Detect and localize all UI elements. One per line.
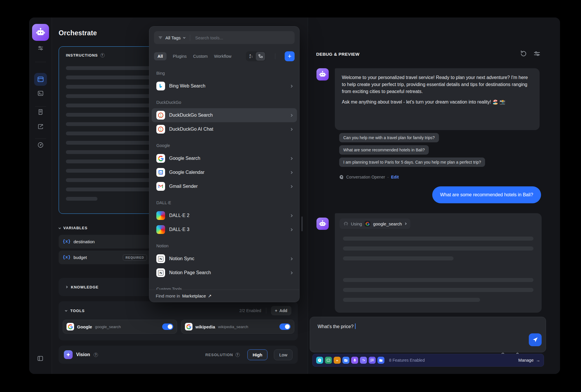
chevron-right-icon: [290, 257, 293, 260]
tool-toggle-on[interactable]: [162, 323, 173, 330]
bot-response-loading: Using google_search: [335, 213, 542, 313]
add-tool-button[interactable]: +Add: [271, 306, 291, 315]
tool-call-status[interactable]: Using google_search: [340, 218, 410, 229]
sidebar-divider: [35, 62, 46, 62]
divider: [266, 308, 266, 314]
tool-item-gmail-sender[interactable]: Gmail Sender: [152, 179, 297, 193]
tool-item-google-search[interactable]: Google Search: [152, 151, 297, 165]
response-placeholder-lines: [343, 237, 533, 302]
dalle-icon: [156, 225, 165, 234]
google-calendar-icon: 31: [156, 168, 165, 177]
app-logo-robot-icon[interactable]: [32, 24, 49, 41]
tab-custom[interactable]: Custom: [193, 54, 208, 59]
tools-section-header[interactable]: TOOLS: [65, 309, 85, 313]
conversation-opener-row: Conversation Opener · Edit: [339, 175, 399, 179]
svg-text:31: 31: [160, 172, 162, 174]
tool-item-bing-web-search[interactable]: Bing Web Search: [152, 79, 297, 93]
sidebar-item-terminal[interactable]: [37, 90, 44, 97]
tags-filter[interactable]: All Tags: [165, 35, 181, 40]
sidebar-item-monitoring[interactable]: [37, 141, 44, 148]
suggested-question-chip[interactable]: I am planning travel to Paris for 5 days…: [339, 158, 485, 167]
tool-item-notion-page-search[interactable]: N Notion Page Search: [152, 266, 297, 280]
chevron-right-icon: [290, 271, 293, 274]
sort-az-icon[interactable]: AZ↓: [246, 52, 256, 61]
resolution-high-button[interactable]: High: [247, 349, 267, 360]
manage-features-link[interactable]: Manage →: [518, 358, 540, 363]
search-tools-input[interactable]: Search tools...: [195, 35, 223, 40]
duckduckgo-icon: [156, 125, 165, 134]
tab-plugins[interactable]: Plugins: [173, 54, 187, 59]
debug-panel-title: DEBUG & PREVIEW: [316, 52, 360, 57]
restart-conversation-icon[interactable]: [520, 50, 528, 58]
tune-sliders-icon[interactable]: [37, 45, 44, 52]
tool-item-dalle-2[interactable]: DALL·E 2: [152, 209, 297, 223]
edit-opener-link[interactable]: Edit: [391, 175, 399, 179]
tool-item-duckduckgo-ai-chat[interactable]: DuckDuckGo AI Chat: [152, 122, 297, 136]
tree-view-icon[interactable]: [256, 52, 265, 61]
collapse-sidebar-icon[interactable]: [37, 355, 44, 362]
tool-item-notion-sync[interactable]: N Notion Sync: [152, 252, 297, 266]
tool-item-duckduckgo-search[interactable]: DuckDuckGo Search: [152, 108, 297, 122]
citation-icon: “: [334, 357, 341, 364]
conversation-opener-icon: [339, 175, 344, 179]
next-question-icon: [325, 357, 332, 364]
tab-all[interactable]: All: [154, 52, 167, 60]
tool-list: Bing Bing Web Search DuckDuckGo DuckDuck…: [149, 64, 299, 290]
sidebar-item-annotations[interactable]: [37, 123, 44, 130]
chevron-right-icon: [404, 223, 407, 225]
dalle-icon: [156, 211, 165, 220]
sidebar-divider: [35, 106, 46, 107]
sidebar-item-app-builder[interactable]: [34, 73, 47, 86]
text-cursor: [355, 323, 356, 329]
tool-section-label: DuckDuckGo: [149, 100, 299, 106]
tab-workflow[interactable]: Workflow: [214, 54, 231, 59]
send-button[interactable]: [529, 333, 542, 346]
features-bar[interactable]: “ 8 Features Enabled Manage →: [312, 354, 544, 367]
resolution-low-button[interactable]: Low: [274, 349, 293, 360]
scrollbar-thumb[interactable]: [301, 216, 303, 231]
tool-section-label: Bing: [149, 71, 299, 77]
chat-input-value[interactable]: What's the price?: [318, 324, 354, 329]
features-enabled-label: 8 Features Enabled: [389, 358, 425, 363]
bot-avatar: [316, 68, 329, 80]
sidebar: [29, 18, 52, 374]
variables-section-header[interactable]: VARIABLES: [59, 226, 88, 230]
page-title: Orchestrate: [59, 29, 97, 37]
sidebar-divider: [35, 139, 46, 139]
chevron-right-icon: [290, 171, 293, 174]
tool-item-dalle-3[interactable]: DALL·E 3: [152, 223, 297, 237]
required-badge: REQUIRED: [123, 254, 147, 261]
follow-up-icon: [369, 357, 376, 364]
tools-enabled-count: 2/2 Enabled: [239, 308, 261, 313]
variable-row-destination[interactable]: {x} destination: [59, 235, 151, 249]
google-icon: [365, 221, 370, 227]
tool-item-google-calendar[interactable]: 31 Google Calendar: [152, 165, 297, 179]
external-link-arrow-icon: ↗: [208, 293, 212, 299]
variable-icon: {x}: [63, 255, 71, 260]
help-icon[interactable]: ?: [94, 353, 98, 357]
debug-settings-icon[interactable]: [533, 50, 541, 58]
marketplace-link[interactable]: Marketplace: [182, 293, 206, 298]
user-message-bubble: What are some recommended hotels in Bali…: [432, 186, 541, 203]
tool-toggle-on[interactable]: [279, 323, 290, 330]
suggested-question-chip[interactable]: What are some recommended hotels in Bali…: [339, 145, 429, 155]
help-icon[interactable]: ?: [100, 53, 105, 57]
tool-card-google[interactable]: Google google_search: [63, 320, 177, 334]
conversation-opener-icon: [316, 357, 323, 364]
chat-input[interactable]: What's the price?: [310, 317, 546, 352]
tools-section: TOOLS 2/2 Enabled +Add Google google_sea…: [59, 301, 298, 340]
notion-icon: N: [156, 268, 165, 277]
sidebar-item-logs[interactable]: [37, 108, 44, 116]
marketplace-footer[interactable]: Find more in Marketplace ↗: [149, 290, 299, 302]
chevron-right-icon: [290, 214, 293, 217]
variable-row-budget[interactable]: {x} budget REQUIRED: [59, 251, 151, 264]
suggested-question-chip[interactable]: Can you help me with a travel plan for f…: [339, 133, 439, 142]
gmail-icon: [156, 182, 165, 191]
plus-icon: +: [275, 308, 277, 313]
help-icon[interactable]: ?: [235, 353, 240, 357]
bot-welcome-message: Welcome to your personalized travel serv…: [335, 68, 540, 130]
tool-card-wikipedia[interactable]: wikipedia wikipedia_search: [181, 320, 294, 334]
create-tool-button[interactable]: +: [285, 51, 295, 61]
chevron-down-icon: [183, 36, 186, 38]
tool-search-bar[interactable]: All Tags Search tools...: [154, 31, 295, 44]
